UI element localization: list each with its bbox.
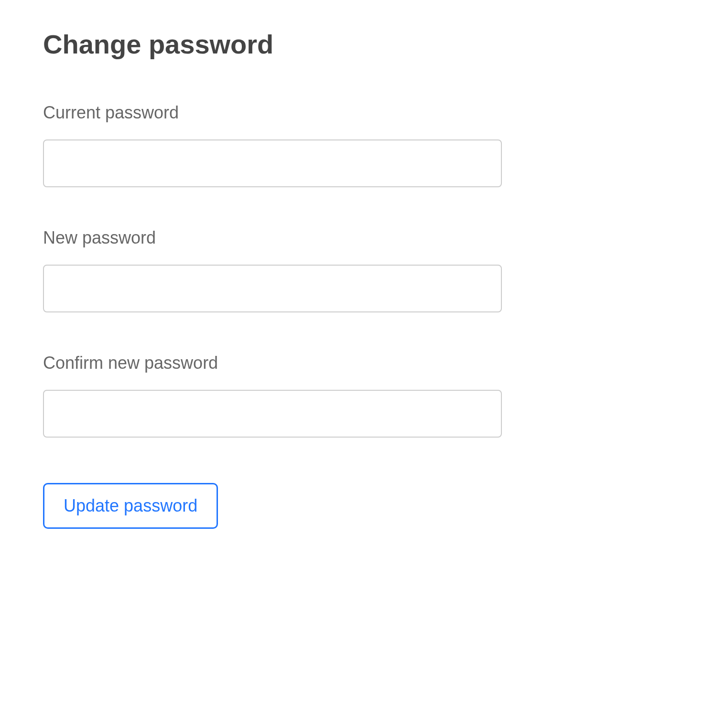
current-password-group: Current password [43,103,502,187]
confirm-password-label: Confirm new password [43,353,502,373]
update-password-button[interactable]: Update password [43,483,218,529]
page-title: Change password [43,29,502,60]
new-password-input[interactable] [43,265,502,312]
current-password-input[interactable] [43,139,502,187]
new-password-label: New password [43,228,502,248]
change-password-form: Change password Current password New pas… [43,29,502,529]
confirm-password-group: Confirm new password [43,353,502,438]
new-password-group: New password [43,228,502,312]
current-password-label: Current password [43,103,502,123]
confirm-password-input[interactable] [43,390,502,438]
